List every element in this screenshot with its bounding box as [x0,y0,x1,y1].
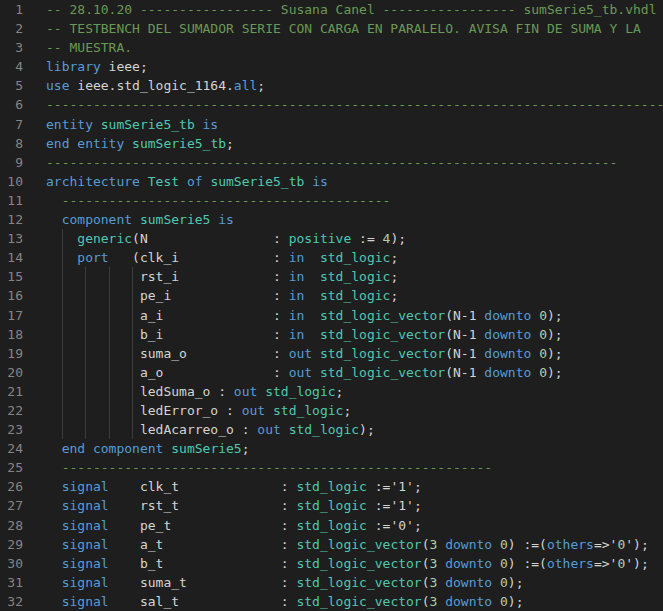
code-token: b_i : [46,327,289,342]
code-token: std_logic [265,384,335,399]
line-number[interactable]: 21 [0,382,23,401]
line-number[interactable]: 18 [0,325,23,344]
line-number[interactable]: 12 [0,210,23,229]
code-line: signal sal_t : std_logic_vector(3 downto… [46,592,663,611]
editor-line-row: 30 signal b_t : std_logic_vector(3 downt… [0,554,663,573]
code-token: ); [547,327,563,342]
line-number[interactable]: 13 [0,229,23,248]
indent-guide-line [62,267,63,286]
code-token: ; [257,78,265,93]
code-token: ( [422,575,430,590]
line-number[interactable]: 1 [0,0,23,19]
code-token: a_i : [46,308,289,323]
editor-line-row: 5use ieee.std_logic_1164.all; [0,76,663,95]
line-number[interactable]: 32 [0,592,23,611]
code-token: a_t : [109,537,297,552]
code-token [46,479,62,494]
line-number[interactable]: 30 [0,554,23,573]
code-token: std_logic_vector [320,327,445,342]
code-line: -- MUESTRA. [46,38,663,57]
code-token: signal [62,575,109,590]
line-number[interactable]: 31 [0,573,23,592]
line-number[interactable]: 16 [0,286,23,305]
line-number[interactable]: 20 [0,363,23,382]
code-token [304,174,312,189]
code-token: sumSerie5 [140,212,210,227]
indent-guide-line [62,286,63,305]
code-token: b_t : [109,556,297,571]
code-token [179,174,187,189]
line-number[interactable]: 4 [0,57,23,76]
code-token: positive [289,231,352,246]
indent-guide-line [132,286,133,305]
code-token: generic [77,231,132,246]
indent-guide-line [132,267,133,286]
code-token: 0 [539,365,547,380]
code-token: downto [484,346,531,361]
code-token [492,556,500,571]
line-number[interactable]: 28 [0,516,23,535]
code-editor[interactable]: 1-- 28.10.20 ----------------- Susana Ca… [0,0,663,611]
line-number[interactable]: 7 [0,115,23,134]
code-token: ); [390,231,406,246]
line-number[interactable]: 26 [0,477,23,496]
code-token: downto [445,537,492,552]
code-token: pe_i : [46,288,289,303]
code-token: sumSerie5_tb [210,174,304,189]
code-token [531,308,539,323]
line-number[interactable]: 24 [0,439,23,458]
code-token: std_logic_vector [296,556,421,571]
indent-guide-line [132,420,133,439]
line-number[interactable]: 14 [0,248,23,267]
line-number[interactable]: 22 [0,401,23,420]
code-token: end [46,136,69,151]
line-number[interactable]: 11 [0,191,23,210]
line-number[interactable]: 27 [0,496,23,515]
code-token: signal [62,556,109,571]
code-token: -- 28.10.20 ----------------- Susana Can… [46,2,656,17]
line-number[interactable]: 23 [0,420,23,439]
indent-guide-line [132,325,133,344]
code-token: std_logic [296,479,366,494]
code-token: entity [77,136,124,151]
line-number[interactable]: 15 [0,267,23,286]
code-token: in [289,288,305,303]
code-token: ) :=( [508,537,547,552]
line-number[interactable]: 25 [0,458,23,477]
line-number[interactable]: 5 [0,76,23,95]
indent-guide-line [132,363,133,382]
code-token: all [234,78,257,93]
line-number[interactable]: 2 [0,19,23,38]
code-token [46,594,62,609]
code-token [93,117,101,132]
code-line: signal b_t : std_logic_vector(3 downto 0… [46,554,663,573]
line-number[interactable]: 3 [0,38,23,57]
code-lines-container: 1-- 28.10.20 ----------------- Susana Ca… [0,0,663,611]
code-token [281,422,289,437]
code-token [304,250,320,265]
line-number[interactable]: 19 [0,344,23,363]
code-line: signal rst_t : std_logic :='1'; [46,496,663,515]
line-number[interactable]: 10 [0,172,23,191]
line-number[interactable]: 9 [0,153,23,172]
line-number[interactable]: 17 [0,306,23,325]
code-token: ledAcarreo_o : [46,422,257,437]
indent-guide-line [132,306,133,325]
editor-line-row: 21 ledSuma_o : out std_logic; [0,382,663,401]
editor-line-row: 6---------------------------------------… [0,95,663,114]
indent-guide-line [62,229,63,248]
line-number[interactable]: 6 [0,95,23,114]
code-token: ieee; [101,59,148,74]
code-token: in [289,269,305,284]
code-token: ----------------------------------------… [46,97,663,112]
code-token: ledError_o : [46,403,242,418]
line-number[interactable]: 8 [0,134,23,153]
code-token [46,441,62,456]
code-token: std_logic [296,498,366,513]
code-token: downto [484,365,531,380]
code-token: ); [547,308,563,323]
code-token [46,193,62,208]
editor-line-row: 19 suma_o : out std_logic_vector(N-1 dow… [0,344,663,363]
line-number[interactable]: 29 [0,535,23,554]
code-token [531,346,539,361]
